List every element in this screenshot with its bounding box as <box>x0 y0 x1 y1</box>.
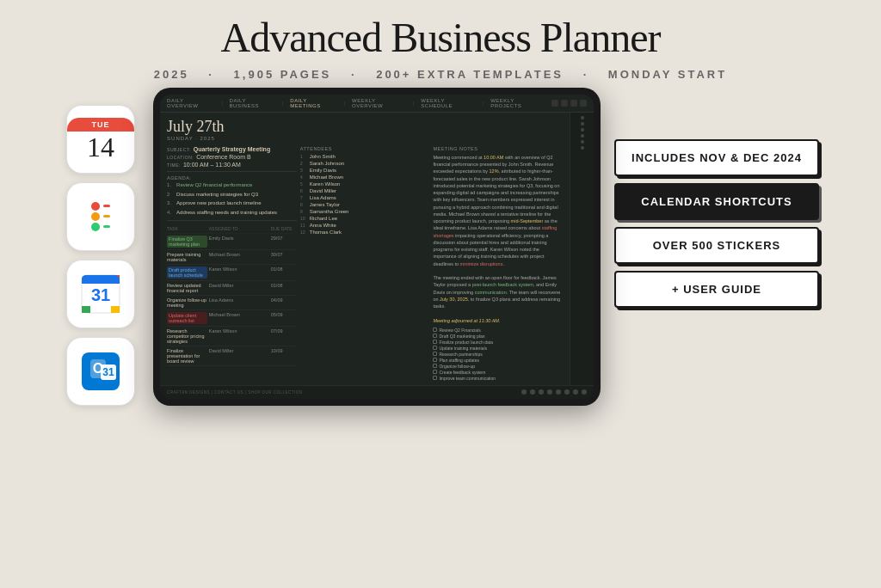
attendee-4: 4 Michael Brown <box>300 175 430 180</box>
attendee-10: 10 Richard Lee <box>300 216 430 221</box>
guide-badge[interactable]: + USER GUIDE <box>614 271 819 308</box>
task-8-assign: David Miller <box>209 348 269 364</box>
svg-rect-4 <box>111 306 120 313</box>
sidebar-dot-5 <box>581 140 584 144</box>
task-row-3: Draft product launch schedule Karen Wils… <box>167 265 297 281</box>
task-8-name: Finalize presentation for board review <box>167 348 207 364</box>
time-value: 10:00 AM – 11:30 AM <box>183 162 241 168</box>
attendee-7: 7 Lisa Adams <box>300 195 430 200</box>
agenda-text-1: Review Q2 financial performance <box>176 182 252 189</box>
nav-weekly-overview[interactable]: WEEKLY OVERVIEW <box>352 98 406 108</box>
agenda-title: AGENDA: <box>167 175 297 181</box>
checklist: Review Q2 Financials Draft Q3 marketing … <box>433 328 563 381</box>
task-7-date: 07/09 <box>271 328 297 344</box>
task-4-assign: David Miller <box>209 283 269 293</box>
location-value: Conference Room B <box>196 154 250 160</box>
footer-text: CRAFTAN DESIGNS | CONTACT US | SHOP OUR … <box>167 390 303 395</box>
includes-badge[interactable]: INCLUDES NOV & DEC 2024 <box>614 139 819 176</box>
task-row-6: Update client outreach list Michael Brow… <box>167 310 297 327</box>
attendee-2: 2 Sarah Johnson <box>300 161 430 166</box>
dot1: · <box>208 68 219 81</box>
task-row-2: Prepare training materials Michael Brown… <box>167 250 297 265</box>
attendee-6: 6 David Miller <box>300 188 430 193</box>
task-5-date: 04/09 <box>271 297 297 308</box>
sidebar-dot-1 <box>581 116 584 119</box>
task-5-assign: Lisa Adams <box>209 297 269 308</box>
main-title: Advanced Business Planner <box>0 15 881 61</box>
subject-label: SUBJECT: <box>167 147 191 152</box>
time-label: TIME: <box>167 162 181 168</box>
tablet-col-left: SUBJECT: Quarterly Strategy Meeting LOCA… <box>167 146 297 391</box>
agenda-item-2: 2 Discuss marketing strategies for Q3 <box>167 192 297 199</box>
task-7-name: Research competitor pricing strategies <box>167 328 207 344</box>
shortcuts-badge[interactable]: CALENDAR SHORTCUTS <box>614 183 819 220</box>
task-6-name: Update client outreach list <box>167 312 207 324</box>
nav-daily-meetings[interactable]: DAILY MEETINGS <box>290 98 336 108</box>
sidebar-dot-4 <box>581 134 584 138</box>
tasks-icon[interactable] <box>66 182 135 251</box>
task-6-date: 05/09 <box>271 312 297 324</box>
attendees-title: ATTENDEES <box>300 146 430 151</box>
task-row-7: Research competitor pricing strategies K… <box>167 327 297 346</box>
svg-rect-3 <box>82 306 90 313</box>
ios-calendar-icon[interactable]: TUE 14 <box>66 105 135 174</box>
task-2-name: Prepare training materials <box>167 252 207 262</box>
bottom-icon-1 <box>521 389 527 395</box>
task-1-name: Finalize Q3 marketing plan <box>167 236 207 248</box>
left-icons: TUE 14 <box>62 88 139 406</box>
tablet-content: July 27th SUNDAY · 2025 SUBJECT: Quarter… <box>160 113 594 399</box>
task-6-assign: Michael Brown <box>209 312 269 324</box>
tablet-bottom-bar: CRAFTAN DESIGNS | CONTACT US | SHOP OUR … <box>160 385 594 399</box>
dot2: · <box>351 68 362 81</box>
tablet-device: DAILY OVERVIEW | DAILY BUSINESS | DAILY … <box>153 88 601 406</box>
stickers-badge[interactable]: OVER 500 STICKERS <box>614 227 819 264</box>
agenda-text-4: Address staffing needs and training upda… <box>176 210 277 217</box>
bottom-icon-4 <box>547 389 552 395</box>
nav-weekly-schedule[interactable]: WEEKLY SCHEDULE <box>421 98 476 108</box>
start: MONDAY START <box>608 68 727 81</box>
year: 2025 <box>154 68 189 81</box>
bottom-icon-6 <box>564 389 570 395</box>
templates: 200+ EXTRA TEMPLATES <box>376 68 564 81</box>
task-row-8: Finalize presentation for board review D… <box>167 346 297 366</box>
right-badges: INCLUDES NOV & DEC 2024 CALENDAR SHORTCU… <box>614 88 819 308</box>
task-1-date: 29/07 <box>271 236 297 248</box>
outlook-icon[interactable]: O 31 <box>66 337 135 406</box>
nav-weekly-projects[interactable]: WEEKLY PROJECTS <box>490 98 545 108</box>
tablet-main: July 27th SUNDAY · 2025 SUBJECT: Quarter… <box>160 113 570 399</box>
svg-text:31: 31 <box>102 366 114 378</box>
tablet-grid: SUBJECT: Quarterly Strategy Meeting LOCA… <box>167 146 563 391</box>
tablet-right-sidebar <box>570 113 594 399</box>
bottom-icon-2 <box>530 389 535 395</box>
notes-title: MEETING NOTES <box>433 146 563 151</box>
agenda-item-4: 4. Address staffing needs and training u… <box>167 210 297 217</box>
dot3: · <box>583 68 595 81</box>
svg-text:31: 31 <box>91 285 110 304</box>
notes-body: Meeting commenced at 10:00 AM with an ov… <box>433 154 563 324</box>
nav-daily-business[interactable]: DAILY BUSINESS <box>230 98 276 108</box>
task-3-name: Draft product launch schedule <box>167 266 207 279</box>
content-area: TUE 14 <box>0 88 881 406</box>
google-calendar-icon[interactable]: 31 <box>66 260 135 328</box>
task-8-date: 10/09 <box>271 348 297 364</box>
attendee-5: 5 Karen Wilson <box>300 181 430 187</box>
task-1-assign: Emily Davis <box>209 236 269 248</box>
tablet-container: DAILY OVERVIEW | DAILY BUSINESS | DAILY … <box>153 88 601 406</box>
tablet-col-mid: ATTENDEES 1 John Smith 2 Sarah Johnson <box>300 146 430 391</box>
task-7-assign: Karen Wilson <box>209 328 269 344</box>
agenda-text-2: Discuss marketing strategies for Q3 <box>176 192 258 199</box>
task-3-date: 01/08 <box>271 266 297 279</box>
calendar-day: TUE <box>67 118 134 132</box>
task-row-5: Organize follow-up meeting Lisa Adams 04… <box>167 296 297 310</box>
attendee-9: 9 Samantha Green <box>300 209 430 214</box>
attendee-12: 12 Thomas Clark <box>300 230 430 235</box>
attendee-11: 11 Anna White <box>300 223 430 228</box>
bottom-icon-5 <box>556 389 561 395</box>
tablet-col-right: MEETING NOTES Meeting commenced at 10:00… <box>433 146 563 391</box>
nav-daily-overview[interactable]: DAILY OVERVIEW <box>167 98 214 108</box>
task-row-4: Review updated financial report David Mi… <box>167 281 297 296</box>
attendee-3: 3 Emily Davis <box>300 168 430 173</box>
tablet-date: July 27th <box>167 118 563 136</box>
task-3-assign: Karen Wilson <box>209 266 269 279</box>
agenda-text-3: Approve new product launch timeline <box>176 200 261 207</box>
